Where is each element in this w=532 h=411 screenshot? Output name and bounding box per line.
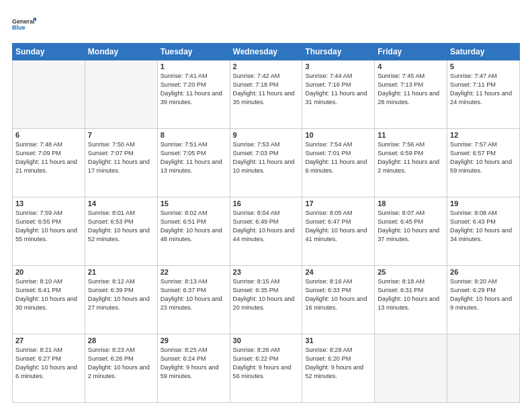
- calendar-cell: 22Sunrise: 8:13 AMSunset: 6:37 PMDayligh…: [157, 266, 230, 334]
- day-number: 24: [305, 268, 371, 276]
- calendar-cell: 2Sunrise: 7:42 AMSunset: 7:18 PMDaylight…: [230, 60, 302, 129]
- calendar-cell: 11Sunrise: 7:56 AMSunset: 6:59 PMDayligh…: [375, 129, 447, 197]
- calendar-table: SundayMondayTuesdayWednesdayThursdayFrid…: [12, 43, 520, 403]
- day-info: Sunrise: 8:02 AMSunset: 6:51 PMDaylight:…: [161, 209, 227, 244]
- day-number: 17: [305, 199, 371, 208]
- day-info: Sunrise: 8:08 AMSunset: 6:43 PMDaylight:…: [450, 209, 517, 244]
- day-number: 4: [378, 62, 444, 71]
- day-info: Sunrise: 8:28 AMSunset: 6:20 PMDaylight:…: [305, 346, 371, 381]
- calendar-cell: [13, 60, 85, 129]
- calendar-cell: 19Sunrise: 8:08 AMSunset: 6:43 PMDayligh…: [447, 197, 520, 266]
- day-info: Sunrise: 8:21 AMSunset: 6:27 PMDaylight:…: [15, 346, 82, 381]
- day-number: 29: [161, 336, 227, 345]
- weekday-header-thursday: Thursday: [302, 44, 375, 60]
- day-info: Sunrise: 7:54 AMSunset: 7:01 PMDaylight:…: [305, 140, 371, 175]
- calendar-cell: 15Sunrise: 8:02 AMSunset: 6:51 PMDayligh…: [157, 197, 230, 266]
- calendar-cell: 25Sunrise: 8:18 AMSunset: 6:31 PMDayligh…: [375, 266, 447, 334]
- calendar-cell: 17Sunrise: 8:05 AMSunset: 6:47 PMDayligh…: [302, 197, 375, 266]
- day-number: 22: [161, 268, 227, 276]
- day-info: Sunrise: 7:56 AMSunset: 6:59 PMDaylight:…: [378, 140, 444, 175]
- day-number: 13: [15, 199, 82, 208]
- day-info: Sunrise: 8:26 AMSunset: 6:22 PMDaylight:…: [233, 346, 300, 381]
- day-number: 25: [378, 268, 444, 276]
- day-info: Sunrise: 8:07 AMSunset: 6:45 PMDaylight:…: [378, 209, 444, 244]
- day-number: 30: [233, 336, 300, 345]
- logo: General Blue: [12, 12, 36, 36]
- day-info: Sunrise: 8:10 AMSunset: 6:41 PMDaylight:…: [15, 277, 82, 312]
- day-info: Sunrise: 8:01 AMSunset: 6:53 PMDaylight:…: [88, 209, 154, 244]
- day-number: 15: [161, 199, 227, 208]
- calendar-cell: 28Sunrise: 8:23 AMSunset: 6:26 PMDayligh…: [85, 334, 157, 403]
- day-number: 21: [88, 268, 154, 276]
- day-info: Sunrise: 8:16 AMSunset: 6:33 PMDaylight:…: [305, 277, 371, 312]
- day-number: 27: [15, 336, 82, 345]
- day-info: Sunrise: 8:15 AMSunset: 6:35 PMDaylight:…: [233, 277, 300, 312]
- weekday-header-monday: Monday: [85, 44, 157, 60]
- calendar-cell: 26Sunrise: 8:20 AMSunset: 6:29 PMDayligh…: [447, 266, 520, 334]
- calendar-cell: 16Sunrise: 8:04 AMSunset: 6:49 PMDayligh…: [230, 197, 302, 266]
- day-number: 2: [233, 62, 300, 71]
- day-number: 20: [15, 268, 82, 276]
- day-info: Sunrise: 7:41 AMSunset: 7:20 PMDaylight:…: [161, 72, 227, 107]
- calendar-cell: 9Sunrise: 7:53 AMSunset: 7:03 PMDaylight…: [230, 129, 302, 197]
- calendar-cell: 23Sunrise: 8:15 AMSunset: 6:35 PMDayligh…: [230, 266, 302, 334]
- calendar-cell: [85, 60, 157, 129]
- day-info: Sunrise: 8:25 AMSunset: 6:24 PMDaylight:…: [161, 346, 227, 381]
- weekday-header-friday: Friday: [375, 44, 447, 60]
- day-number: 23: [233, 268, 300, 276]
- day-info: Sunrise: 7:53 AMSunset: 7:03 PMDaylight:…: [233, 140, 300, 175]
- calendar-cell: 24Sunrise: 8:16 AMSunset: 6:33 PMDayligh…: [302, 266, 375, 334]
- day-info: Sunrise: 7:51 AMSunset: 7:05 PMDaylight:…: [161, 140, 227, 175]
- calendar-cell: 8Sunrise: 7:51 AMSunset: 7:05 PMDaylight…: [157, 129, 230, 197]
- day-info: Sunrise: 7:45 AMSunset: 7:13 PMDaylight:…: [378, 72, 444, 107]
- calendar-cell: 30Sunrise: 8:26 AMSunset: 6:22 PMDayligh…: [230, 334, 302, 403]
- calendar-cell: 5Sunrise: 7:47 AMSunset: 7:11 PMDaylight…: [447, 60, 520, 129]
- calendar-cell: 7Sunrise: 7:50 AMSunset: 7:07 PMDaylight…: [85, 129, 157, 197]
- day-info: Sunrise: 8:04 AMSunset: 6:49 PMDaylight:…: [233, 209, 300, 244]
- day-info: Sunrise: 7:42 AMSunset: 7:18 PMDaylight:…: [233, 72, 300, 107]
- day-number: 12: [450, 131, 517, 139]
- calendar-cell: 12Sunrise: 7:57 AMSunset: 6:57 PMDayligh…: [447, 129, 520, 197]
- calendar-cell: 20Sunrise: 8:10 AMSunset: 6:41 PMDayligh…: [13, 266, 85, 334]
- weekday-header-sunday: Sunday: [13, 44, 85, 60]
- day-number: 14: [88, 199, 154, 208]
- calendar-cell: 4Sunrise: 7:45 AMSunset: 7:13 PMDaylight…: [375, 60, 447, 129]
- day-info: Sunrise: 7:57 AMSunset: 6:57 PMDaylight:…: [450, 140, 517, 175]
- day-info: Sunrise: 8:20 AMSunset: 6:29 PMDaylight:…: [450, 277, 517, 312]
- calendar-cell: 31Sunrise: 8:28 AMSunset: 6:20 PMDayligh…: [302, 334, 375, 403]
- day-number: 18: [378, 199, 444, 208]
- day-info: Sunrise: 8:18 AMSunset: 6:31 PMDaylight:…: [378, 277, 444, 312]
- day-info: Sunrise: 7:48 AMSunset: 7:09 PMDaylight:…: [15, 140, 82, 175]
- day-number: 8: [161, 131, 227, 139]
- day-info: Sunrise: 7:47 AMSunset: 7:11 PMDaylight:…: [450, 72, 517, 107]
- day-number: 5: [450, 62, 517, 71]
- day-number: 28: [88, 336, 154, 345]
- day-number: 7: [88, 131, 154, 139]
- day-number: 10: [305, 131, 371, 139]
- calendar-cell: 14Sunrise: 8:01 AMSunset: 6:53 PMDayligh…: [85, 197, 157, 266]
- day-number: 16: [233, 199, 300, 208]
- day-info: Sunrise: 8:05 AMSunset: 6:47 PMDaylight:…: [305, 209, 371, 244]
- day-info: Sunrise: 8:23 AMSunset: 6:26 PMDaylight:…: [88, 346, 154, 381]
- day-number: 31: [305, 336, 371, 345]
- weekday-header-tuesday: Tuesday: [157, 44, 230, 60]
- calendar-cell: 27Sunrise: 8:21 AMSunset: 6:27 PMDayligh…: [13, 334, 85, 403]
- calendar-cell: 6Sunrise: 7:48 AMSunset: 7:09 PMDaylight…: [13, 129, 85, 197]
- calendar-cell: 1Sunrise: 7:41 AMSunset: 7:20 PMDaylight…: [157, 60, 230, 129]
- day-info: Sunrise: 8:13 AMSunset: 6:37 PMDaylight:…: [161, 277, 227, 312]
- day-number: 6: [15, 131, 82, 139]
- calendar-cell: 13Sunrise: 7:59 AMSunset: 6:55 PMDayligh…: [13, 197, 85, 266]
- day-number: 11: [378, 131, 444, 139]
- weekday-header-wednesday: Wednesday: [230, 44, 302, 60]
- calendar-cell: [375, 334, 447, 403]
- day-number: 26: [450, 268, 517, 276]
- day-number: 9: [233, 131, 300, 139]
- day-number: 1: [161, 62, 227, 71]
- day-info: Sunrise: 8:12 AMSunset: 6:39 PMDaylight:…: [88, 277, 154, 312]
- day-info: Sunrise: 7:59 AMSunset: 6:55 PMDaylight:…: [15, 209, 82, 244]
- calendar-cell: [447, 334, 520, 403]
- calendar-cell: 29Sunrise: 8:25 AMSunset: 6:24 PMDayligh…: [157, 334, 230, 403]
- day-info: Sunrise: 7:50 AMSunset: 7:07 PMDaylight:…: [88, 140, 154, 175]
- svg-text:General: General: [12, 18, 35, 25]
- logo-svg: General Blue: [12, 12, 36, 36]
